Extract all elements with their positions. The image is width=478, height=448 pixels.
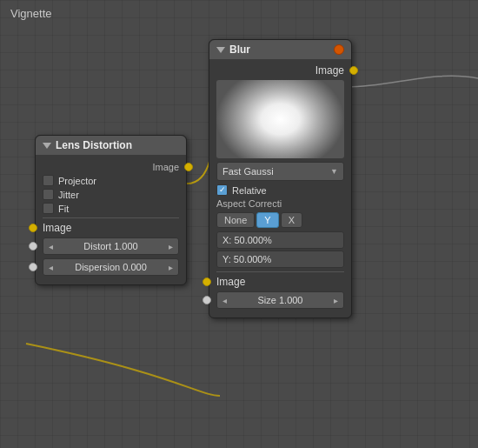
y-percent-value: Y: 50.000% bbox=[222, 254, 271, 264]
blur-type-value: Fast Gaussi bbox=[222, 166, 274, 177]
lens-image-input-socket bbox=[184, 163, 193, 171]
distort-socket bbox=[29, 242, 37, 251]
jitter-checkbox[interactable] bbox=[43, 189, 54, 200]
projector-checkbox[interactable] bbox=[43, 175, 54, 186]
jitter-label: Jitter bbox=[58, 190, 79, 200]
lens-image-output-socket bbox=[29, 224, 37, 232]
blur-type-dropdown[interactable]: Fast Gaussi ▼ bbox=[216, 162, 344, 181]
distort-value: Distort 1.000 bbox=[83, 241, 137, 251]
y-percent-field[interactable]: Y: 50.000% bbox=[216, 251, 344, 268]
blur-image-top-socket bbox=[349, 66, 358, 75]
distort-field[interactable]: ◂ Distort 1.000 ▸ bbox=[43, 237, 179, 255]
blur-output-dot bbox=[334, 44, 344, 55]
lens-distortion-node: Lens Distortion Image Projector Jitter F… bbox=[35, 135, 187, 285]
blur-image-top-label: Image bbox=[315, 64, 344, 77]
blur-image-bottom-label: Image bbox=[216, 276, 245, 288]
blur-size-value: Size 1.000 bbox=[258, 295, 303, 305]
collapse-triangle[interactable] bbox=[43, 143, 51, 149]
jitter-row: Jitter bbox=[43, 189, 179, 200]
tab-x[interactable]: X bbox=[281, 212, 302, 228]
size-arrow-right: ▸ bbox=[334, 296, 338, 305]
relative-row: Relative bbox=[216, 184, 344, 196]
projector-row: Projector bbox=[43, 175, 179, 186]
fit-label: Fit bbox=[58, 204, 69, 214]
distort-arrow-left: ◂ bbox=[49, 242, 53, 251]
fit-checkbox[interactable] bbox=[43, 203, 54, 214]
lens-image-output-label: Image bbox=[43, 222, 71, 234]
dispersion-arrow-right: ▸ bbox=[169, 263, 173, 272]
dispersion-field[interactable]: ◂ Dispersion 0.000 ▸ bbox=[43, 258, 179, 276]
relative-label: Relative bbox=[232, 185, 267, 196]
axis-tab-row: None Y X bbox=[216, 212, 344, 228]
relative-checkbox[interactable] bbox=[216, 184, 228, 196]
dropdown-arrow: ▼ bbox=[330, 167, 338, 176]
blur-node-title: Blur bbox=[229, 43, 250, 56]
lens-image-input-label: Image bbox=[152, 162, 179, 172]
lens-node-header: Lens Distortion bbox=[36, 136, 186, 155]
blur-collapse-triangle[interactable] bbox=[216, 47, 225, 53]
aspect-label: Aspect Correcti bbox=[216, 198, 344, 209]
tab-none[interactable]: None bbox=[216, 212, 255, 228]
blur-size-field[interactable]: ◂ Size 1.000 ▸ bbox=[216, 291, 344, 309]
size-arrow-left: ◂ bbox=[222, 296, 227, 305]
dispersion-arrow-left: ◂ bbox=[49, 263, 53, 272]
dispersion-socket bbox=[29, 263, 37, 271]
blur-node: Blur Image Fast Gaussi ▼ Relative Aspect… bbox=[209, 39, 352, 318]
blur-image-bottom-socket bbox=[202, 277, 211, 286]
lens-node-title: Lens Distortion bbox=[56, 139, 132, 151]
distort-arrow-right: ▸ bbox=[169, 242, 173, 251]
tab-y[interactable]: Y bbox=[256, 212, 278, 228]
x-percent-value: X: 50.000% bbox=[222, 235, 272, 245]
page-title: Vignette bbox=[10, 7, 51, 20]
x-percent-field[interactable]: X: 50.000% bbox=[216, 231, 344, 249]
dispersion-value: Dispersion 0.000 bbox=[75, 262, 147, 272]
blur-size-socket bbox=[202, 296, 211, 304]
fit-row: Fit bbox=[43, 203, 179, 214]
blur-node-header: Blur bbox=[209, 40, 351, 59]
projector-label: Projector bbox=[58, 176, 96, 186]
blur-image-preview bbox=[216, 80, 344, 158]
